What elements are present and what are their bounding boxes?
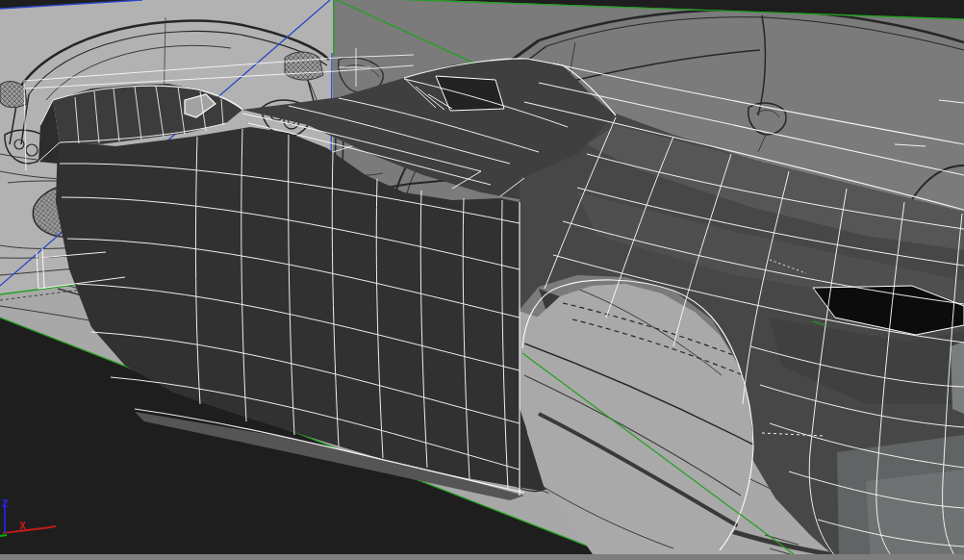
axis-y-line [0, 535, 7, 536]
modeling-viewport[interactable]: Z X [0, 0, 964, 560]
mesh-right-edge-sliver [951, 342, 964, 414]
mesh-bottom-right-light [866, 470, 964, 560]
axis-x-label: X [19, 520, 26, 532]
axis-z-label: Z [2, 497, 9, 510]
viewport-canvas[interactable]: Z X [0, 0, 964, 560]
viewport-bottom-bar [0, 554, 964, 560]
